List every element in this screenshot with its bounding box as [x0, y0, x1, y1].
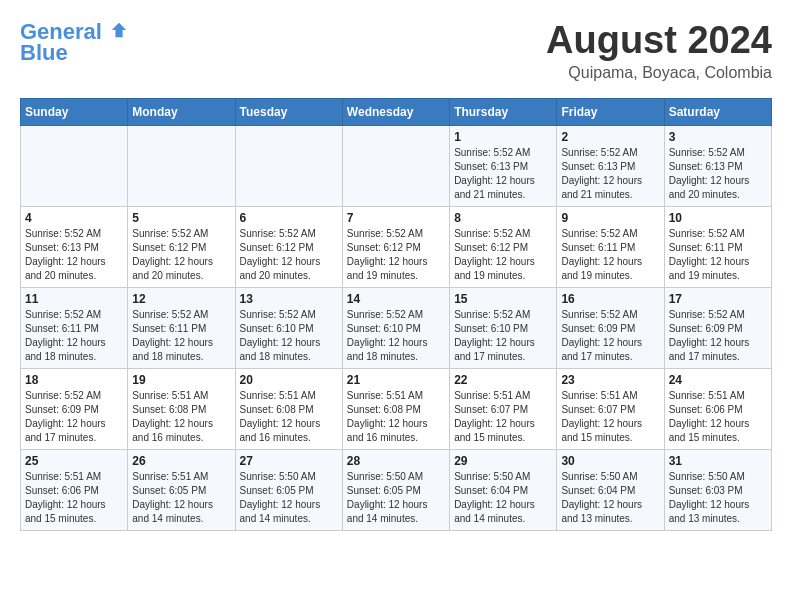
day-detail: Sunrise: 5:52 AM Sunset: 6:11 PM Dayligh…	[132, 308, 230, 364]
subtitle: Quipama, Boyaca, Colombia	[546, 64, 772, 82]
day-detail: Sunrise: 5:52 AM Sunset: 6:12 PM Dayligh…	[240, 227, 338, 283]
day-number: 15	[454, 292, 552, 306]
weekday-header: Tuesday	[235, 98, 342, 125]
calendar-cell: 17Sunrise: 5:52 AM Sunset: 6:09 PM Dayli…	[664, 287, 771, 368]
day-detail: Sunrise: 5:52 AM Sunset: 6:11 PM Dayligh…	[25, 308, 123, 364]
calendar-week-row: 25Sunrise: 5:51 AM Sunset: 6:06 PM Dayli…	[21, 449, 772, 530]
day-number: 26	[132, 454, 230, 468]
day-detail: Sunrise: 5:52 AM Sunset: 6:12 PM Dayligh…	[454, 227, 552, 283]
day-detail: Sunrise: 5:52 AM Sunset: 6:13 PM Dayligh…	[669, 146, 767, 202]
calendar-table: SundayMondayTuesdayWednesdayThursdayFrid…	[20, 98, 772, 531]
calendar-cell: 24Sunrise: 5:51 AM Sunset: 6:06 PM Dayli…	[664, 368, 771, 449]
calendar-week-row: 4Sunrise: 5:52 AM Sunset: 6:13 PM Daylig…	[21, 206, 772, 287]
day-detail: Sunrise: 5:52 AM Sunset: 6:12 PM Dayligh…	[132, 227, 230, 283]
weekday-header: Wednesday	[342, 98, 449, 125]
header: General Blue August 2024 Quipama, Boyaca…	[20, 20, 772, 82]
day-number: 8	[454, 211, 552, 225]
day-detail: Sunrise: 5:51 AM Sunset: 6:06 PM Dayligh…	[669, 389, 767, 445]
calendar-cell: 2Sunrise: 5:52 AM Sunset: 6:13 PM Daylig…	[557, 125, 664, 206]
calendar-cell: 20Sunrise: 5:51 AM Sunset: 6:08 PM Dayli…	[235, 368, 342, 449]
calendar-week-row: 11Sunrise: 5:52 AM Sunset: 6:11 PM Dayli…	[21, 287, 772, 368]
day-detail: Sunrise: 5:52 AM Sunset: 6:10 PM Dayligh…	[347, 308, 445, 364]
calendar-cell: 13Sunrise: 5:52 AM Sunset: 6:10 PM Dayli…	[235, 287, 342, 368]
day-detail: Sunrise: 5:51 AM Sunset: 6:07 PM Dayligh…	[561, 389, 659, 445]
calendar-week-row: 1Sunrise: 5:52 AM Sunset: 6:13 PM Daylig…	[21, 125, 772, 206]
calendar-cell: 4Sunrise: 5:52 AM Sunset: 6:13 PM Daylig…	[21, 206, 128, 287]
day-number: 11	[25, 292, 123, 306]
calendar-cell: 6Sunrise: 5:52 AM Sunset: 6:12 PM Daylig…	[235, 206, 342, 287]
calendar-cell: 16Sunrise: 5:52 AM Sunset: 6:09 PM Dayli…	[557, 287, 664, 368]
calendar-cell: 31Sunrise: 5:50 AM Sunset: 6:03 PM Dayli…	[664, 449, 771, 530]
day-number: 25	[25, 454, 123, 468]
day-number: 3	[669, 130, 767, 144]
day-number: 22	[454, 373, 552, 387]
calendar-header: SundayMondayTuesdayWednesdayThursdayFrid…	[21, 98, 772, 125]
day-detail: Sunrise: 5:52 AM Sunset: 6:11 PM Dayligh…	[561, 227, 659, 283]
weekday-header: Thursday	[450, 98, 557, 125]
day-detail: Sunrise: 5:51 AM Sunset: 6:08 PM Dayligh…	[347, 389, 445, 445]
calendar-cell: 23Sunrise: 5:51 AM Sunset: 6:07 PM Dayli…	[557, 368, 664, 449]
day-number: 10	[669, 211, 767, 225]
calendar-cell: 30Sunrise: 5:50 AM Sunset: 6:04 PM Dayli…	[557, 449, 664, 530]
svg-marker-0	[112, 23, 126, 37]
day-detail: Sunrise: 5:52 AM Sunset: 6:09 PM Dayligh…	[669, 308, 767, 364]
logo: General Blue	[20, 20, 128, 66]
calendar-cell: 27Sunrise: 5:50 AM Sunset: 6:05 PM Dayli…	[235, 449, 342, 530]
calendar-cell: 8Sunrise: 5:52 AM Sunset: 6:12 PM Daylig…	[450, 206, 557, 287]
day-number: 28	[347, 454, 445, 468]
calendar-cell: 26Sunrise: 5:51 AM Sunset: 6:05 PM Dayli…	[128, 449, 235, 530]
page: General Blue August 2024 Quipama, Boyaca…	[0, 0, 792, 541]
day-number: 19	[132, 373, 230, 387]
calendar-cell: 1Sunrise: 5:52 AM Sunset: 6:13 PM Daylig…	[450, 125, 557, 206]
day-number: 17	[669, 292, 767, 306]
calendar-body: 1Sunrise: 5:52 AM Sunset: 6:13 PM Daylig…	[21, 125, 772, 530]
day-detail: Sunrise: 5:50 AM Sunset: 6:03 PM Dayligh…	[669, 470, 767, 526]
calendar-cell: 19Sunrise: 5:51 AM Sunset: 6:08 PM Dayli…	[128, 368, 235, 449]
day-number: 30	[561, 454, 659, 468]
calendar-cell: 7Sunrise: 5:52 AM Sunset: 6:12 PM Daylig…	[342, 206, 449, 287]
day-detail: Sunrise: 5:50 AM Sunset: 6:05 PM Dayligh…	[240, 470, 338, 526]
day-number: 20	[240, 373, 338, 387]
day-number: 2	[561, 130, 659, 144]
main-title: August 2024	[546, 20, 772, 62]
day-number: 16	[561, 292, 659, 306]
day-detail: Sunrise: 5:52 AM Sunset: 6:11 PM Dayligh…	[669, 227, 767, 283]
day-detail: Sunrise: 5:52 AM Sunset: 6:10 PM Dayligh…	[240, 308, 338, 364]
day-number: 9	[561, 211, 659, 225]
day-detail: Sunrise: 5:50 AM Sunset: 6:04 PM Dayligh…	[561, 470, 659, 526]
calendar-cell	[128, 125, 235, 206]
day-number: 23	[561, 373, 659, 387]
calendar-cell	[235, 125, 342, 206]
day-number: 29	[454, 454, 552, 468]
calendar-cell: 11Sunrise: 5:52 AM Sunset: 6:11 PM Dayli…	[21, 287, 128, 368]
day-number: 31	[669, 454, 767, 468]
day-number: 14	[347, 292, 445, 306]
day-number: 6	[240, 211, 338, 225]
day-detail: Sunrise: 5:51 AM Sunset: 6:06 PM Dayligh…	[25, 470, 123, 526]
calendar-cell: 18Sunrise: 5:52 AM Sunset: 6:09 PM Dayli…	[21, 368, 128, 449]
title-block: August 2024 Quipama, Boyaca, Colombia	[546, 20, 772, 82]
calendar-cell: 29Sunrise: 5:50 AM Sunset: 6:04 PM Dayli…	[450, 449, 557, 530]
calendar-cell: 5Sunrise: 5:52 AM Sunset: 6:12 PM Daylig…	[128, 206, 235, 287]
calendar-cell	[21, 125, 128, 206]
day-number: 7	[347, 211, 445, 225]
day-detail: Sunrise: 5:50 AM Sunset: 6:04 PM Dayligh…	[454, 470, 552, 526]
day-detail: Sunrise: 5:52 AM Sunset: 6:13 PM Dayligh…	[561, 146, 659, 202]
calendar-cell: 3Sunrise: 5:52 AM Sunset: 6:13 PM Daylig…	[664, 125, 771, 206]
day-detail: Sunrise: 5:52 AM Sunset: 6:09 PM Dayligh…	[25, 389, 123, 445]
calendar-week-row: 18Sunrise: 5:52 AM Sunset: 6:09 PM Dayli…	[21, 368, 772, 449]
calendar-cell: 15Sunrise: 5:52 AM Sunset: 6:10 PM Dayli…	[450, 287, 557, 368]
calendar-cell: 25Sunrise: 5:51 AM Sunset: 6:06 PM Dayli…	[21, 449, 128, 530]
day-detail: Sunrise: 5:52 AM Sunset: 6:13 PM Dayligh…	[454, 146, 552, 202]
calendar-cell: 22Sunrise: 5:51 AM Sunset: 6:07 PM Dayli…	[450, 368, 557, 449]
day-detail: Sunrise: 5:52 AM Sunset: 6:10 PM Dayligh…	[454, 308, 552, 364]
day-detail: Sunrise: 5:51 AM Sunset: 6:08 PM Dayligh…	[132, 389, 230, 445]
day-number: 18	[25, 373, 123, 387]
day-detail: Sunrise: 5:51 AM Sunset: 6:05 PM Dayligh…	[132, 470, 230, 526]
day-detail: Sunrise: 5:51 AM Sunset: 6:08 PM Dayligh…	[240, 389, 338, 445]
weekday-header: Monday	[128, 98, 235, 125]
weekday-header: Saturday	[664, 98, 771, 125]
day-number: 24	[669, 373, 767, 387]
weekday-header: Sunday	[21, 98, 128, 125]
day-number: 1	[454, 130, 552, 144]
